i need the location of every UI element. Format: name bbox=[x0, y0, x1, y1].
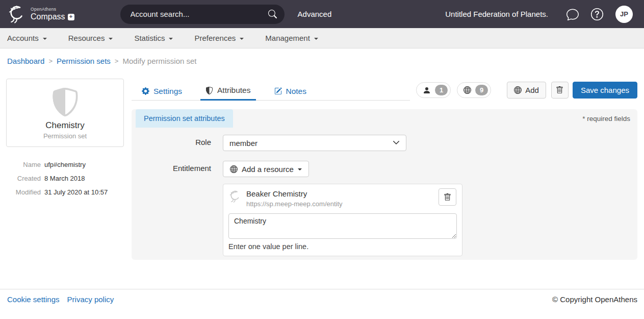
accounts-count: 1 bbox=[435, 85, 448, 95]
accounts-count-badge[interactable]: 1 bbox=[416, 82, 451, 98]
add-resource-dropdown-button[interactable]: Add a resource bbox=[223, 161, 309, 177]
entitlement-label: Entitlement bbox=[132, 161, 223, 256]
breadcrumb-separator: > bbox=[115, 57, 119, 65]
chevron-down-icon bbox=[298, 168, 302, 170]
tab-notes[interactable]: Notes bbox=[269, 82, 312, 101]
entitlement-values-textarea[interactable]: Chemistry bbox=[228, 213, 457, 239]
permission-set-title: Chemistry bbox=[12, 120, 118, 131]
resources-count: 9 bbox=[475, 85, 488, 95]
resource-url: https://sp.meep-meep.com/entity bbox=[246, 200, 343, 208]
shield-icon bbox=[12, 87, 118, 117]
main-content: Settings Attributes Notes 1 9 bbox=[132, 82, 637, 260]
menu-item-statistics[interactable]: Statistics bbox=[134, 34, 173, 42]
menu-item-management[interactable]: Management bbox=[265, 34, 318, 42]
tab-bar: Settings Attributes Notes bbox=[132, 82, 410, 101]
save-changes-button[interactable]: Save changes bbox=[573, 82, 637, 99]
help-button[interactable] bbox=[591, 8, 603, 20]
role-label: Role bbox=[132, 135, 223, 151]
role-select[interactable]: member bbox=[223, 135, 406, 151]
entitlement-hint: Enter one value per line. bbox=[228, 242, 457, 251]
person-icon bbox=[423, 86, 431, 94]
tab-attributes[interactable]: Attributes bbox=[200, 82, 255, 101]
search-button[interactable] bbox=[268, 10, 277, 18]
resource-logo-icon bbox=[228, 190, 242, 208]
user-avatar[interactable]: JP bbox=[615, 6, 633, 23]
meta-row-created: Created 8 March 2018 bbox=[6, 175, 124, 182]
trash-icon bbox=[556, 86, 563, 94]
role-row: Role member bbox=[132, 135, 637, 151]
chat-bubble-icon bbox=[566, 8, 579, 20]
question-circle-icon bbox=[591, 8, 603, 20]
permission-set-card: Chemistry Permission set bbox=[6, 79, 124, 147]
entitlement-row: Entitlement Add a resource Beaker Chemis… bbox=[132, 161, 637, 256]
menu-item-resources[interactable]: Resources bbox=[68, 34, 113, 42]
feedback-button[interactable] bbox=[566, 8, 579, 20]
trash-icon bbox=[444, 193, 451, 201]
permission-set-attributes-tab[interactable]: Permission set attributes bbox=[136, 109, 233, 128]
plus-badge-icon bbox=[68, 14, 74, 20]
chevron-down-icon bbox=[169, 38, 173, 40]
main-menu-bar: Accounts Resources Statistics Preference… bbox=[0, 28, 644, 48]
menu-item-accounts[interactable]: Accounts bbox=[7, 34, 47, 42]
chevron-down-icon bbox=[43, 38, 47, 40]
brand-compass-label: Compass bbox=[31, 13, 65, 21]
copyright-text: © Copyright OpenAthens bbox=[552, 295, 637, 304]
breadcrumb: Dashboard > Permission sets > Modify per… bbox=[0, 48, 644, 65]
privacy-policy-link[interactable]: Privacy policy bbox=[67, 295, 114, 304]
permission-set-summary: Chemistry Permission set Name ufp#chemis… bbox=[6, 79, 124, 202]
role-select-value: member bbox=[229, 139, 257, 148]
attributes-panel: Permission set attributes * required fie… bbox=[132, 109, 637, 260]
menu-item-preferences[interactable]: Preferences bbox=[194, 34, 244, 42]
breadcrumb-current: Modify permission set bbox=[122, 57, 196, 65]
permission-set-meta: Name ufp#chemistry Created 8 March 2018 … bbox=[6, 161, 124, 196]
meta-row-name: Name ufp#chemistry bbox=[6, 161, 124, 168]
page-footer: Cookie settings Privacy policy © Copyrig… bbox=[0, 289, 644, 304]
chevron-down-icon bbox=[393, 139, 400, 148]
resource-card: Beaker Chemistry https://sp.meep-meep.co… bbox=[223, 184, 462, 256]
breadcrumb-permission-sets[interactable]: Permission sets bbox=[57, 57, 111, 65]
globe-icon bbox=[463, 86, 471, 94]
chevron-down-icon bbox=[240, 38, 244, 40]
remove-resource-button[interactable] bbox=[439, 188, 456, 206]
required-fields-note: * required fields bbox=[582, 115, 630, 122]
chevron-down-icon bbox=[314, 38, 318, 40]
openathens-compass-logo[interactable]: OpenAthens Compass bbox=[7, 5, 74, 24]
breadcrumb-separator: > bbox=[48, 57, 53, 65]
delete-permission-set-button[interactable] bbox=[551, 82, 569, 99]
tab-settings[interactable]: Settings bbox=[137, 82, 187, 101]
permission-set-subtitle: Permission set bbox=[12, 132, 118, 140]
resource-name: Beaker Chemistry bbox=[246, 189, 343, 198]
openathens-logo-icon bbox=[7, 5, 27, 24]
gear-icon bbox=[142, 87, 149, 95]
breadcrumb-dashboard[interactable]: Dashboard bbox=[7, 57, 44, 65]
globe-icon bbox=[230, 165, 238, 173]
chevron-down-icon bbox=[109, 38, 113, 40]
brand-openathens-label: OpenAthens bbox=[31, 7, 74, 12]
search-icon bbox=[268, 10, 277, 18]
account-search-pill bbox=[120, 5, 285, 24]
top-navbar: OpenAthens Compass Advanced Untitled Fed… bbox=[0, 0, 644, 28]
organisation-name: Untitled Federation of Planets. bbox=[445, 10, 548, 18]
account-search-input[interactable] bbox=[131, 10, 268, 18]
meta-row-modified: Modified 31 July 2020 at 10:57 bbox=[6, 188, 124, 196]
advanced-search-link[interactable]: Advanced bbox=[298, 10, 332, 18]
pencil-square-icon bbox=[274, 87, 282, 95]
add-button[interactable]: Add bbox=[507, 82, 546, 99]
cookie-settings-link[interactable]: Cookie settings bbox=[7, 295, 60, 304]
resources-count-badge[interactable]: 9 bbox=[457, 82, 491, 98]
globe-icon bbox=[514, 86, 522, 94]
shield-icon bbox=[205, 87, 213, 94]
